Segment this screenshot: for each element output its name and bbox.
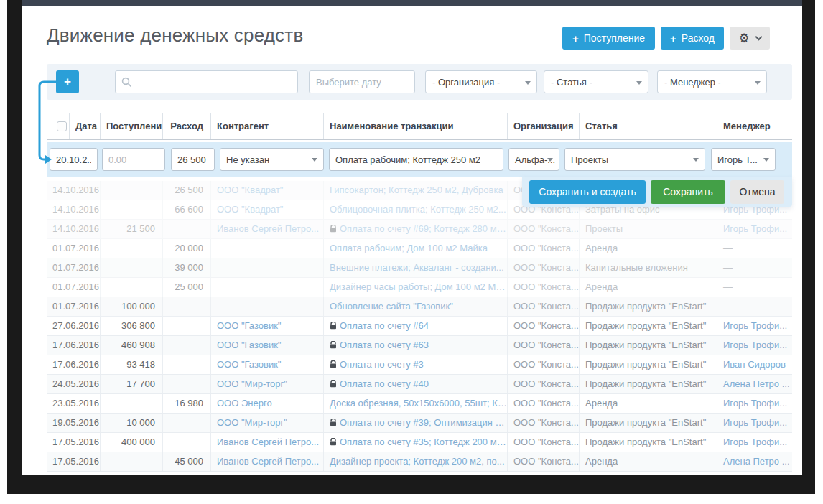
cell-contragent[interactable]: ООО "Мир-торг" [210, 375, 323, 393]
cell-manager[interactable]: Игорь Трофи... [717, 394, 792, 413]
edit-manager-select[interactable]: Игорь Т... [711, 148, 776, 171]
cell-contragent[interactable]: ООО "Газовик" [210, 355, 323, 374]
cell-manager[interactable]: Игорь Трофи... [717, 220, 792, 238]
manager-filter-select[interactable]: - Менеджер - [657, 70, 767, 93]
cell-manager[interactable]: Игорь Трофи... [717, 433, 792, 452]
table-row[interactable]: 14.10.201621 500Иванов Сергей Петро...Оп… [47, 220, 792, 239]
frame-bottom [7, 475, 815, 494]
cell-manager[interactable]: Игорь Трофи... [717, 336, 792, 355]
cell-transaction[interactable]: Оплата по счету #39; Оптимизация с... [323, 414, 507, 432]
cell-date: 19.05.2016 [47, 414, 100, 432]
cell-organization: ООО "Конста... [507, 355, 579, 374]
cell-transaction[interactable]: Дизайнер проекта; Коттедж 200 м2, по... [323, 452, 507, 471]
search-field-wrap [115, 70, 298, 93]
article-filter-value: - Статья - [551, 77, 592, 88]
caret-down-icon [693, 158, 699, 162]
cell-contragent[interactable]: Иванов Сергей Петро... [210, 433, 323, 452]
header-organization[interactable]: Организация [507, 113, 579, 139]
cell-manager[interactable]: Игорь Трофи... [717, 317, 792, 335]
table-row[interactable]: 17.06.201693 418ООО "Газовик"Оплата по с… [47, 355, 792, 375]
cell-article: Продажи продукта "EnStart" [579, 414, 717, 432]
cancel-button[interactable]: Отмена [730, 180, 784, 204]
table-row[interactable]: 01.07.201620 000Оплата рабочим; Дом 100 … [47, 239, 792, 258]
quick-add-button[interactable]: + [56, 70, 79, 93]
cell-contragent[interactable]: ООО "Газовик" [210, 317, 323, 335]
cell-transaction[interactable]: Оплата по счету #63 [323, 336, 507, 355]
cell-manager[interactable]: Алена Петро ... [717, 452, 792, 471]
table-row[interactable]: 01.07.2016100 000Обновление сайта "Газов… [47, 297, 792, 317]
add-income-button[interactable]: + Поступление [562, 27, 655, 50]
cell-transaction[interactable]: Оплата по счету #69; Коттедж 280 м2,... [323, 220, 507, 238]
settings-dropdown-button[interactable]: ⚙ [730, 27, 770, 50]
cell-contragent[interactable]: ООО "Квадрат" [210, 181, 323, 200]
article-filter-select[interactable]: - Статья - [544, 70, 648, 93]
cell-transaction[interactable]: Гипсокартон; Коттедж 250 м2, Дубровка [323, 181, 507, 200]
cell-contragent[interactable]: Иванов Сергей Петро... [210, 452, 323, 471]
header-income[interactable]: Поступление [100, 113, 162, 139]
cell-expense [162, 317, 210, 335]
cell-income [100, 394, 162, 413]
lock-icon [330, 438, 337, 446]
cell-transaction[interactable]: Оплата по счету #40 [323, 375, 507, 393]
cell-contragent[interactable]: ООО "Мир-торг" [210, 414, 323, 432]
select-all-checkbox[interactable] [57, 121, 67, 131]
cell-transaction[interactable]: Доска обрезная, 50х150х6000, 55шт; Ко... [323, 394, 507, 413]
cell-organization: ООО "Конста... [507, 414, 579, 432]
cell-income [100, 452, 162, 471]
cell-transaction[interactable]: Оплата по счету #64 [323, 317, 507, 335]
cell-transaction[interactable]: Внешние платежи; Акваланг - создани... [323, 258, 507, 277]
cell-manager: — [717, 297, 792, 316]
edit-expense-input[interactable] [171, 148, 215, 171]
add-expense-button[interactable]: + Расход [661, 27, 724, 50]
header-manager[interactable]: Менеджер [717, 113, 792, 139]
cell-manager[interactable]: Иван Сидоров [717, 355, 792, 374]
cell-expense: 25 000 [162, 278, 210, 297]
table-row[interactable]: 19.05.201610 000ООО "Мир-торг"Оплата по … [47, 414, 792, 433]
cell-organization: ООО "Конста... [507, 317, 579, 335]
lock-icon [330, 225, 337, 233]
organization-filter-select[interactable]: - Организация - [425, 70, 537, 93]
plus-icon: + [572, 32, 579, 45]
window-top-bar [22, 0, 802, 6]
edit-transaction-input[interactable] [329, 148, 503, 171]
header-expense[interactable]: Расход [162, 113, 210, 139]
table-row[interactable]: 17.05.201645 000Иванов Сергей Петро...Ди… [47, 452, 792, 472]
search-input[interactable] [115, 70, 298, 93]
header-contragent[interactable]: Контрагент [210, 113, 323, 139]
edit-organization-select[interactable]: Альфа-... [508, 148, 559, 171]
cell-contragent[interactable]: ООО "Квадрат" [210, 200, 323, 219]
cell-income: 306 800 [100, 317, 162, 335]
table-row[interactable]: 17.05.2016400 000Иванов Сергей Петро...О… [47, 433, 792, 452]
edit-contragent-select[interactable]: Не указан [220, 148, 324, 171]
cell-income [100, 181, 162, 200]
edit-date-input[interactable] [50, 148, 98, 171]
cell-transaction[interactable]: Дизайнер часы работы; Дом 100 м2 Ма... [323, 278, 507, 297]
cell-contragent[interactable]: Иванов Сергей Петро... [210, 220, 323, 238]
cell-manager[interactable]: Алена Петро ... [717, 375, 792, 393]
cell-transaction[interactable]: Оплата по счету #3 [323, 355, 507, 374]
cell-date: 01.07.2016 [47, 239, 100, 258]
table-row[interactable]: 23.05.201616 980ООО ЭнергоДоска обрезная… [47, 394, 792, 414]
table-row[interactable]: 27.06.2016306 800ООО "Газовик"Оплата по … [47, 317, 792, 336]
cell-manager[interactable]: Игорь Трофи... [717, 414, 792, 432]
cell-transaction[interactable]: Оплата по счету #35; Коттедж 200 м2,... [323, 433, 507, 452]
header-transaction[interactable]: Наименование транзакции [323, 113, 507, 139]
cell-transaction[interactable]: Обновление сайта "Газовик" [323, 297, 507, 316]
cell-date: 23.05.2016 [47, 394, 100, 413]
table-row[interactable]: 01.07.201625 000Дизайнер часы работы; До… [47, 278, 792, 297]
save-and-create-button[interactable]: Сохранить и создать [529, 180, 646, 204]
save-button[interactable]: Сохранить [651, 180, 725, 204]
header-date[interactable]: Дата [69, 113, 100, 139]
cell-expense [162, 336, 210, 355]
date-filter-input[interactable] [309, 70, 415, 93]
cell-contragent[interactable]: ООО Энерго [210, 394, 323, 413]
edit-income-input[interactable] [102, 148, 165, 171]
table-row[interactable]: 01.07.201639 000Внешние платежи; Аквалан… [47, 258, 792, 278]
table-row[interactable]: 24.05.201617 700ООО "Мир-торг"Оплата по … [47, 375, 792, 394]
edit-article-select[interactable]: Проекты [564, 148, 705, 171]
cell-transaction[interactable]: Облицовочная плитка; Коттедж 250 м2... [323, 200, 507, 219]
header-article[interactable]: Статья [579, 113, 717, 139]
cell-contragent[interactable]: ООО "Газовик" [210, 336, 323, 355]
cell-transaction[interactable]: Оплата рабочим; Дом 100 м2 Майка [323, 239, 507, 258]
table-row[interactable]: 17.06.2016460 908ООО "Газовик"Оплата по … [47, 336, 792, 355]
